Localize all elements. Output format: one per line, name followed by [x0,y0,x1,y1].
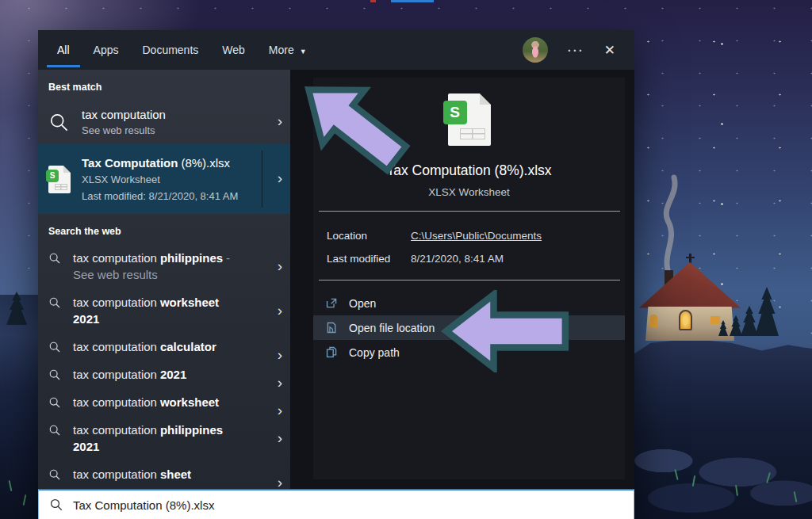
web-suggestion[interactable]: tax computationsheet › [38,460,290,488]
best-match-file-result[interactable]: S Tax Computation(8%).xlsx XLSX Workshee… [38,144,290,214]
file-type: XLSX Worksheet [82,171,238,188]
chevron-right-icon[interactable]: › [278,302,282,319]
file-title: Tax Computation(8%).xlsx [82,155,238,171]
search-icon [48,396,61,409]
wallpaper-ground-left [0,295,38,519]
user-avatar[interactable] [523,37,548,63]
spreadsheet-file-icon: S [48,166,71,193]
web-suggestion[interactable]: tax computation2021 › [38,361,290,388]
search-icon [48,252,61,265]
chevron-right-icon[interactable]: › [278,170,282,187]
web-suggestion[interactable]: tax computationworksheet 2021 › [38,288,290,333]
glowing-window [650,315,657,327]
search-icon [49,498,63,512]
search-icon [48,468,61,481]
web-suggestion[interactable]: tax computationphilippines 2021 › [38,416,290,460]
spreadsheet-file-icon: S [448,93,491,146]
desktop: All Apps Documents Web More▼ ··· ✕ Best … [0,0,812,519]
location-link[interactable]: C:\Users\Public\Documents [411,230,542,242]
folder-location-icon [325,321,339,334]
open-icon [325,296,339,310]
preview-file-type: XLSX Worksheet [313,186,625,198]
result-title: tax computation [82,108,166,121]
copy-icon [325,345,339,359]
wallpaper-rocks [626,438,812,519]
chevron-right-icon[interactable]: › [278,258,282,275]
tab-documents[interactable]: Documents [140,32,200,68]
tab-web[interactable]: Web [220,32,247,68]
detail-row-location: Location C:\Users\Public\Documents [313,224,625,247]
search-bar [38,489,634,519]
results-panel: Best match tax computation See web resul… [38,70,290,489]
search-icon [48,424,61,437]
web-suggestion[interactable]: tax computationphilippines- See web resu… [38,244,290,288]
detail-row-last-modified: Last modified 8/21/2020, 8:41 AM [313,247,625,270]
glowing-window [679,310,692,330]
search-icon [48,296,61,309]
background-red-dot [370,0,376,2]
section-search-the-web: Search the web [38,214,290,244]
close-icon[interactable]: ✕ [604,42,615,59]
web-suggestion[interactable]: tax computationworksheet › [38,388,290,416]
tab-all[interactable]: All [56,32,71,68]
section-best-match: Best match [38,70,290,100]
result-subtitle: See web results [82,124,166,136]
tab-more[interactable]: More▼ [267,32,308,68]
roof [639,259,741,310]
search-input[interactable] [73,498,634,512]
tab-apps[interactable]: Apps [92,32,121,68]
glowing-window [710,316,720,324]
chevron-right-icon[interactable]: › [278,429,282,447]
web-suggestion[interactable]: tax computationcalculator › [38,333,290,361]
search-icon [48,112,70,133]
more-options-icon[interactable]: ··· [568,44,584,57]
annotation-arrow-open-file-location [441,290,569,372]
file-last-modified: Last modified: 8/21/2020, 8:41 AM [82,188,238,204]
search-icon [48,368,61,381]
chevron-right-icon[interactable]: › [278,474,282,491]
chevron-down-icon: ▼ [300,48,307,55]
best-match-web-result[interactable]: tax computation See web results › [38,100,290,144]
search-icon [48,341,61,353]
background-accent-line [391,0,434,2]
